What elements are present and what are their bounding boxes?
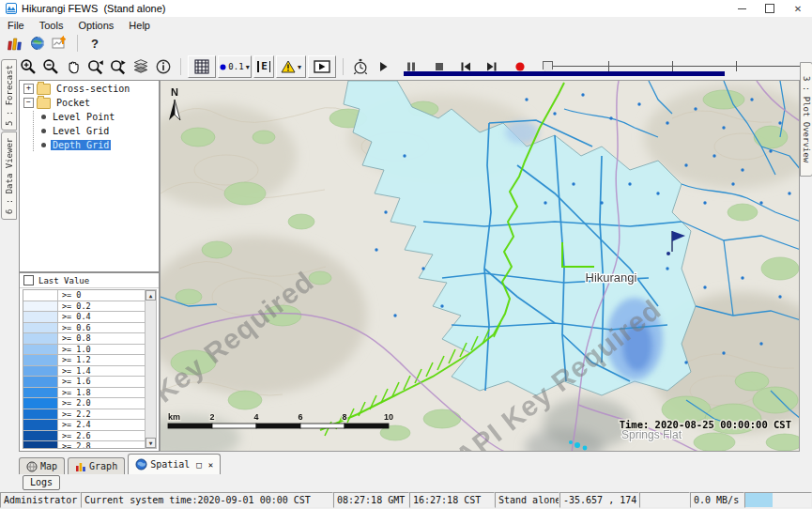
legend-row: >= 2.4: [23, 420, 145, 431]
spatial-display-button[interactable]: [26, 32, 49, 54]
close-button[interactable]: ✕: [784, 0, 812, 17]
zoom-in-button[interactable]: [17, 55, 39, 78]
legend-row: >= 0.8: [23, 333, 145, 345]
tab-forecast-label: 5 : Forecast: [5, 64, 14, 125]
main-toolbar: ?: [0, 33, 812, 54]
scroll-down-icon[interactable]: ▼: [146, 438, 156, 448]
expand-icon[interactable]: +: [23, 84, 34, 94]
tree-item-level-grid[interactable]: Level Grid: [34, 125, 159, 137]
legend-label: >= 0: [58, 290, 81, 301]
tab-close-icon[interactable]: ✕: [208, 460, 213, 470]
layer-bullet-icon: [41, 115, 46, 119]
zoom-in-icon: [20, 58, 37, 75]
tab-graph[interactable]: Graph: [68, 457, 125, 474]
status-local-time: 16:27:18 CST: [409, 492, 495, 508]
play-box-icon: [314, 60, 330, 73]
tab-map-label: Map: [40, 461, 57, 471]
legend-color-swatch: [23, 388, 58, 398]
import-export-button[interactable]: [49, 32, 71, 54]
menu-options[interactable]: Options: [70, 20, 121, 31]
tab-map[interactable]: Map: [19, 457, 65, 474]
tree-item-label: Cross-section: [54, 84, 131, 94]
interval-dropdown[interactable]: 0.1 ▾: [218, 55, 252, 78]
play-button[interactable]: [372, 55, 394, 78]
tab-plot-overview[interactable]: 3 : Plot Overview: [800, 62, 812, 177]
legend-label: >= 1.6: [58, 377, 91, 387]
legend-row: >= 1.6: [23, 377, 145, 388]
legend-color-swatch: [23, 312, 58, 322]
legend-row: >= 0.6: [23, 323, 145, 334]
left-tab-strip: 5 : Forecast 6 : Data Viewer: [0, 54, 17, 452]
tree-item-level-point[interactable]: Level Point: [34, 111, 159, 123]
legend-label: >= 1.2: [58, 355, 91, 365]
minimize-button[interactable]: [728, 0, 756, 17]
stopwatch-icon: [352, 58, 369, 75]
layers-tree: + Cross-section − Pocket Level Point Lev…: [19, 80, 160, 272]
legend-label: >= 1.4: [58, 366, 91, 377]
legend-color-swatch: [23, 290, 58, 301]
right-tab-strip: 3 : Plot Overview: [800, 54, 812, 452]
maximize-button[interactable]: [756, 0, 784, 17]
collapse-icon[interactable]: −: [23, 98, 34, 108]
pan-button[interactable]: [62, 55, 84, 78]
question-mark-icon: ?: [91, 37, 99, 51]
chevron-down-icon: ▾: [298, 63, 301, 71]
locality-label: Springs Flat: [621, 428, 682, 441]
log-bars-icon: [8, 36, 23, 52]
legend-row: >= 1.2: [23, 355, 145, 366]
map-canvas[interactable]: API Key Required API Key Required Hikura…: [161, 81, 800, 452]
tab-spatial[interactable]: Spatial □ ✕: [128, 454, 221, 474]
menu-tools[interactable]: Tools: [32, 20, 71, 31]
status-alerts[interactable]: [639, 492, 690, 508]
menu-help[interactable]: Help: [121, 20, 158, 31]
info-button[interactable]: [152, 55, 175, 78]
scale-unit: km: [168, 412, 180, 422]
logs-button[interactable]: Logs: [23, 475, 60, 490]
zoom-previous-button[interactable]: [84, 55, 107, 78]
scroll-up-icon[interactable]: ▲: [146, 290, 156, 301]
warning-triangle-icon: [281, 60, 296, 73]
legend-toggle-button[interactable]: E: [253, 55, 274, 78]
legend-row: >= 1.4: [23, 366, 145, 378]
layers-button[interactable]: [130, 55, 152, 78]
legend-color-swatch: [23, 323, 58, 333]
animation-export-button[interactable]: [308, 55, 336, 78]
zoom-out-button[interactable]: [39, 55, 62, 78]
legend-color-swatch: [23, 398, 58, 409]
status-mode: Stand alone: [495, 492, 559, 508]
time-slider-track: [544, 66, 812, 67]
legend-label: >= 2.4: [58, 420, 91, 430]
legend-scrollbar[interactable]: ▲ ▼: [145, 289, 157, 449]
grid-display-button[interactable]: [188, 55, 216, 78]
tree-item-depth-grid[interactable]: Depth Grid: [34, 139, 159, 151]
legend-row: >= 0: [23, 290, 145, 301]
tab-data-viewer[interactable]: 6 : Data Viewer: [1, 131, 17, 220]
last-value-label: Last Value: [38, 276, 89, 285]
tab-forecast[interactable]: 5 : Forecast: [1, 59, 17, 131]
legend-row: >= 2.8: [23, 441, 145, 449]
legend-color-swatch: [23, 366, 58, 377]
last-value-checkbox[interactable]: [23, 275, 34, 285]
logs-panel-button[interactable]: [4, 32, 26, 54]
timestep-button[interactable]: [349, 55, 372, 78]
zoom-next-button[interactable]: [107, 55, 130, 78]
tree-item-label-selected: Depth Grid: [51, 140, 111, 150]
logs-row: Logs: [0, 474, 812, 491]
tree-item-pocket[interactable]: − Pocket: [20, 97, 159, 109]
tree-item-cross-section[interactable]: + Cross-section: [20, 83, 159, 95]
memory-usage-bar: [745, 493, 773, 507]
legend-label: >= 2.2: [58, 409, 91, 420]
pan-hand-icon: [65, 58, 82, 75]
menu-file[interactable]: File: [0, 20, 32, 31]
tab-data-viewer-label: 6 : Data Viewer: [5, 137, 14, 213]
legend-label: >= 1.0: [58, 345, 91, 355]
help-button[interactable]: ?: [84, 32, 106, 54]
layer-bullet-icon: [41, 143, 46, 147]
town-label: Hikurangi: [586, 270, 637, 285]
chevron-down-icon: ▾: [246, 63, 250, 71]
chart-arrow-icon: [52, 36, 69, 51]
legend-row: >= 1.8: [23, 388, 145, 399]
thresholds-dropdown[interactable]: ▾: [276, 55, 306, 78]
tab-maximize-icon[interactable]: □: [196, 460, 201, 470]
spatial-globe-icon: [135, 458, 147, 470]
